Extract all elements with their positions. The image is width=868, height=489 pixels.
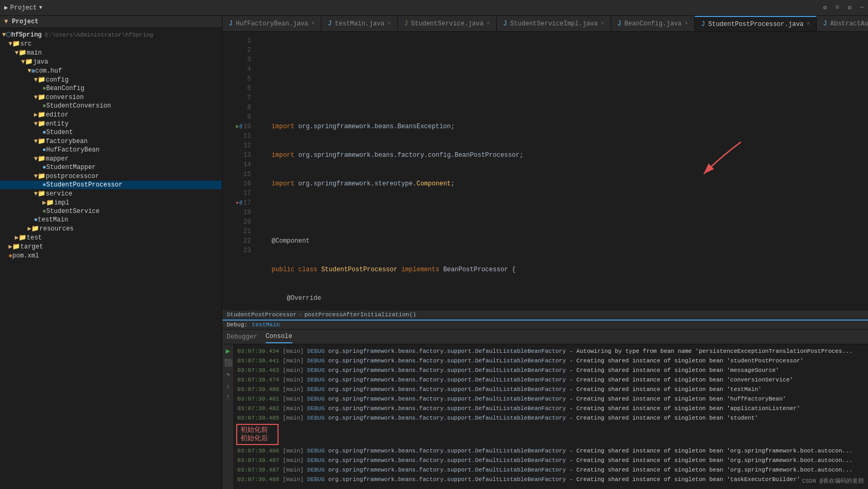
tree-item-service[interactable]: ▼ 📁 service — [0, 189, 222, 198]
tab-debugger[interactable]: Debugger — [227, 331, 257, 343]
debug-bar: Debug: testMain — [222, 321, 868, 330]
sidebar-header: ▼ Project — [0, 16, 222, 28]
tree-item-comhuf[interactable]: ▼ ◉ com.huf — [0, 66, 222, 75]
code-line-1 — [256, 65, 864, 74]
tree-item-test[interactable]: ▶ 📁 test — [0, 233, 222, 242]
tab-close-icon[interactable]: × — [487, 21, 490, 26]
line-num-7: 7 — [222, 93, 251, 103]
console-line: 03:07:30.486 [main] DEBUG org.springfram… — [236, 446, 866, 456]
tab-studentservice[interactable]: J StudentService.java × — [398, 16, 497, 31]
tab-studentserviceimpl[interactable]: J StudentServiceImpl.java × — [497, 16, 611, 31]
tree-item-factorybean[interactable]: ▼ 📁 factorybean — [0, 137, 222, 146]
console-line: 03:07:30.482 [main] DEBUG org.springfram… — [236, 404, 866, 413]
line-num-1: 1 — [222, 36, 251, 46]
tree-item-main[interactable]: ▼ 📁 main — [0, 48, 222, 57]
tree-item-studentconversion[interactable]: ● StudentConversion — [0, 102, 222, 110]
step-out-icon[interactable]: ↑ — [226, 393, 230, 401]
console-line: 03:07:30.487 [main] DEBUG org.springfram… — [236, 465, 866, 475]
dropdown-arrow-icon: ▼ — [39, 5, 42, 11]
debug-run-icon[interactable]: ⬛ — [224, 359, 232, 367]
tree-item-pomxml[interactable]: ◈ pom.xml — [0, 251, 222, 260]
code-line-6 — [256, 208, 864, 217]
line-number-gutter: 1 2 3 4 5 6 7 8 9 ◉@10 11 12 13 14 — [222, 32, 254, 310]
line-num-4: 4 — [222, 65, 251, 74]
tab-close-icon[interactable]: × — [388, 21, 391, 26]
bottom-left-icons: ▶ ⬛ ↷ ↓ ↑ — [222, 344, 234, 489]
line-num-12: 12 — [222, 141, 251, 150]
code-line-9: @Override — [256, 294, 864, 303]
console-line: 03:07:30.488 [main] DEBUG org.springfram… — [236, 475, 866, 484]
console-line: 03:07:30.441 [main] DEBUG org.springfram… — [236, 356, 866, 366]
line-num-2: 2 — [222, 46, 251, 55]
console-line: 03:07:30.434 [main] DEBUG org.springfram… — [236, 346, 866, 356]
tab-close-icon[interactable]: × — [685, 21, 688, 26]
java-file-icon: J — [229, 20, 232, 28]
tree-item-student[interactable]: ● Student — [0, 128, 222, 137]
menu-icon[interactable]: ≡ — [835, 4, 839, 12]
code-editor[interactable]: 1 2 3 4 5 6 7 8 9 ◉@10 11 12 13 14 — [222, 32, 868, 310]
line-num-8: 8 — [222, 103, 251, 112]
editor-area: J HufFactoryBean.java × J testMain.java … — [222, 16, 868, 489]
tree-item-entity[interactable]: ▼ 📁 entity — [0, 119, 222, 128]
tab-beanconfig[interactable]: J BeanConfig.java × — [611, 16, 695, 31]
line-num-3: 3 — [222, 55, 251, 65]
bottom-content: ▶ ⬛ ↷ ↓ ↑ 03:07:30.434 [main] DEBUG org.… — [222, 344, 868, 489]
editor-with-gutter: 1 2 3 4 5 6 7 8 9 ◉@10 11 12 13 14 — [222, 32, 868, 310]
line-num-15: 15 — [222, 170, 251, 179]
code-line-2 — [256, 93, 864, 103]
tab-console[interactable]: Console — [266, 331, 292, 343]
tree-item-java[interactable]: ▼ 📁 java — [0, 57, 222, 66]
project-tree: ▼ ⬡ hfSpring E:\Users\Administrator\hfSp… — [0, 28, 222, 262]
tab-testmain[interactable]: J testMain.java × — [321, 16, 398, 31]
run-icon[interactable]: ▶ — [226, 346, 230, 355]
code-content[interactable]: import org.springframework.beans.BeansEx… — [254, 32, 868, 310]
tree-item-src[interactable]: ▼ 📁 src — [0, 39, 222, 48]
tree-item-editor[interactable]: ▶ 📁 editor — [0, 110, 222, 119]
console-output[interactable]: 03:07:30.434 [main] DEBUG org.springfram… — [234, 344, 868, 489]
tree-item-resources[interactable]: ▶ 📁 resources — [0, 224, 222, 233]
project-title: ▼ Project — [4, 18, 39, 25]
tab-close-icon[interactable]: × — [601, 21, 604, 26]
line-num-13: 13 — [222, 150, 251, 160]
debug-label: Debug: — [227, 322, 248, 328]
tab-huffactorybean[interactable]: J HufFactoryBean.java × — [222, 16, 321, 31]
step-over-icon[interactable]: ↷ — [226, 370, 230, 379]
line-num-20: 20 — [222, 217, 251, 227]
tree-item-studentservice[interactable]: ● StudentService — [0, 207, 222, 216]
tree-item-beanconfig[interactable]: ● BeanConfig — [0, 84, 222, 93]
code-line-3: import org.springframework.beans.BeansEx… — [256, 122, 864, 131]
line-num-9: 9 — [222, 112, 251, 122]
tab-bar: J HufFactoryBean.java × J testMain.java … — [222, 16, 868, 32]
console-line: 03:07:30.474 [main] DEBUG org.springfram… — [236, 375, 866, 385]
bottom-tab-bar: Debugger Console — [222, 330, 868, 344]
config-icon[interactable]: ⚙ — [848, 4, 852, 12]
tab-studentpostprocessor[interactable]: J StudentPostProcessor.java × — [695, 16, 817, 31]
tree-item-impl[interactable]: ▶ 📁 impl — [0, 198, 222, 207]
tab-close-icon[interactable]: × — [807, 21, 810, 27]
tree-item-target[interactable]: ▶ 📁 target — [0, 242, 222, 251]
tree-item-config[interactable]: ▼ 📁 config — [0, 75, 222, 84]
tree-item-hfspring[interactable]: ▼ ⬡ hfSpring E:\Users\Administrator\hfSp… — [0, 30, 222, 39]
debug-session: testMain — [252, 322, 280, 328]
line-num-22: 22 — [222, 236, 251, 246]
tree-item-studentmapper[interactable]: ● StudentMapper — [0, 163, 222, 172]
project-icon2: ⬡ — [6, 31, 11, 39]
tree-item-studentpostprocessor[interactable]: ● StudentPostProcessor — [0, 181, 222, 189]
breadcrumb-class: StudentPostProcessor — [227, 312, 297, 318]
tree-item-conversion[interactable]: ▼ 📁 conversion — [0, 93, 222, 102]
step-in-icon[interactable]: ↓ — [226, 382, 230, 390]
tree-item-huffactorybean[interactable]: ● HufFactoryBean — [0, 146, 222, 154]
project-icon: ▶ — [4, 4, 8, 12]
console-init-after: 初始化后 — [240, 434, 274, 443]
console-line: 03:07:30.480 [main] DEBUG org.springfram… — [236, 385, 866, 394]
settings-icon[interactable]: ⚙ — [823, 4, 827, 12]
tab-close-icon[interactable]: × — [311, 21, 315, 26]
console-box-highlight: 初始化前 初始化后 — [236, 424, 279, 445]
tree-item-postprocesscor[interactable]: ▼ 📁 postprocesscor — [0, 172, 222, 181]
tree-item-testmain[interactable]: ● testMain — [0, 216, 222, 224]
tree-item-mapper[interactable]: ▼ 📁 mapper — [0, 154, 222, 163]
minimize-icon[interactable]: — — [860, 4, 864, 12]
line-num-10: ◉@10 — [222, 122, 251, 131]
console-line: 03:07:30.485 [main] DEBUG org.springfram… — [236, 413, 866, 423]
tab-abstractautowire[interactable]: J AbstractAutowireCapable... × — [817, 16, 868, 31]
